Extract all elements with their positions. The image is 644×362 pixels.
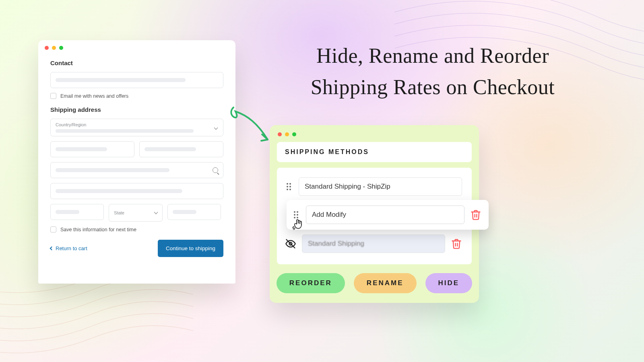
shipping-method-name-input[interactable]: Standard Shipping - ShipZip [299,177,462,196]
trash-icon[interactable] [470,209,481,220]
shipping-methods-list: Standard Shipping - ShipZip Standard Shi… [277,168,472,264]
chevron-left-icon [50,247,54,251]
state-select[interactable]: State [109,204,162,222]
first-name-field[interactable] [50,141,134,157]
save-info-checkbox[interactable] [50,226,56,232]
curly-arrow-icon [223,101,276,150]
last-name-field[interactable] [139,141,223,157]
checkout-mockup: Contact Email me with news and offers Sh… [38,40,235,284]
window-controls [277,132,472,142]
country-select[interactable]: Country/Region [50,119,223,136]
shipping-method-label: Standard Shipping [308,240,364,247]
headline-line1: Hide, Rename and Reorder [316,44,549,67]
headline: Hide, Rename and Reorder Shipping Rates … [274,40,592,103]
save-info-label: Save this information for next time [60,227,136,232]
drag-handle-icon[interactable] [287,183,293,190]
eye-off-icon[interactable] [285,238,296,249]
shipping-method-row-hidden: Standard Shipping [284,230,464,257]
rename-button[interactable]: RENAME [354,273,417,293]
shipping-method-label: Standard Shipping - ShipZip [305,183,390,190]
shipping-address-heading: Shipping address [50,106,223,113]
hide-button[interactable]: HIDE [425,273,473,293]
chevron-down-icon [154,210,158,214]
shipping-method-row: Standard Shipping - ShipZip [284,173,464,200]
close-dot [45,46,49,50]
window-controls [38,40,235,52]
chevron-down-icon [214,126,218,130]
return-label: Return to cart [56,245,87,251]
shipping-methods-panel: SHIPPING METHODS Standard Shipping - Shi… [270,125,479,303]
zoom-dot [292,132,296,136]
shipping-methods-heading: SHIPPING METHODS [277,142,472,162]
cursor-hand-icon [291,217,306,231]
shipping-method-row-dragging[interactable]: Add Modify [287,200,489,230]
address-search-field[interactable] [50,162,223,178]
search-icon [213,167,218,173]
return-to-cart-link[interactable]: Return to cart [50,245,87,251]
minimize-dot [285,132,289,136]
zoom-dot [59,46,63,50]
continue-to-shipping-button[interactable]: Continue to shipping [158,240,223,257]
shipping-method-name-input-hidden[interactable]: Standard Shipping [302,234,445,253]
zip-field[interactable] [167,204,221,220]
trash-icon[interactable] [451,238,462,249]
address-line2-field[interactable] [50,183,223,199]
city-field[interactable] [50,204,104,220]
reorder-button[interactable]: REORDER [277,273,345,293]
country-label: Country/Region [56,122,86,127]
contact-heading: Contact [50,60,223,66]
email-news-label: Email me with news and offers [60,93,128,99]
email-news-checkbox[interactable] [50,93,56,99]
minimize-dot [52,46,56,50]
headline-line2: Shipping Rates on Checkout [311,76,555,99]
close-dot [278,132,282,136]
shipping-method-label: Add Modify [312,211,346,218]
contact-email-field[interactable] [50,72,223,88]
shipping-method-name-input[interactable]: Add Modify [306,206,464,224]
state-label: State [114,210,124,215]
